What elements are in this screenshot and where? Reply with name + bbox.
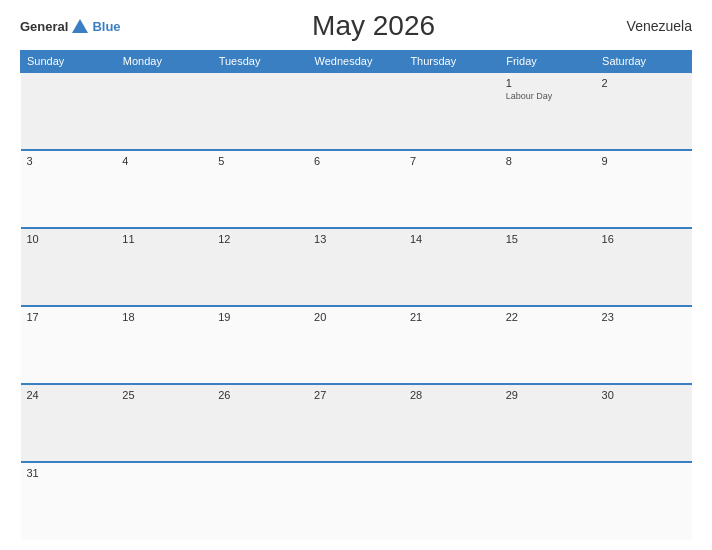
weekday-header-monday: Monday [116,51,212,73]
calendar-cell: 11 [116,228,212,306]
calendar-cell: 18 [116,306,212,384]
calendar-week-row: 17181920212223 [21,306,692,384]
calendar-cell [21,72,117,150]
calendar-cell [116,72,212,150]
calendar-cell: 16 [596,228,692,306]
calendar-cell: 23 [596,306,692,384]
day-number: 11 [122,233,206,245]
logo-general-text: General [20,19,68,34]
calendar-cell: 10 [21,228,117,306]
holiday-name: Labour Day [506,91,590,101]
calendar-cell: 15 [500,228,596,306]
calendar-cell [404,462,500,540]
calendar-cell [404,72,500,150]
calendar-cell: 25 [116,384,212,462]
calendar-cell: 29 [500,384,596,462]
calendar-cell: 7 [404,150,500,228]
weekday-header-friday: Friday [500,51,596,73]
day-number: 19 [218,311,302,323]
day-number: 14 [410,233,494,245]
day-number: 1 [506,77,590,89]
weekday-header-thursday: Thursday [404,51,500,73]
day-number: 15 [506,233,590,245]
day-number: 8 [506,155,590,167]
calendar-cell [596,462,692,540]
country-label: Venezuela [627,18,692,34]
day-number: 25 [122,389,206,401]
calendar-cell: 30 [596,384,692,462]
day-number: 23 [602,311,686,323]
calendar-cell: 1Labour Day [500,72,596,150]
calendar-cell: 21 [404,306,500,384]
calendar-cell: 14 [404,228,500,306]
weekday-header-row: SundayMondayTuesdayWednesdayThursdayFrid… [21,51,692,73]
day-number: 3 [27,155,111,167]
logo-blue-text: Blue [92,19,120,34]
day-number: 30 [602,389,686,401]
calendar-week-row: 10111213141516 [21,228,692,306]
day-number: 13 [314,233,398,245]
day-number: 10 [27,233,111,245]
calendar-week-row: 31 [21,462,692,540]
calendar-week-row: 3456789 [21,150,692,228]
calendar-week-row: 24252627282930 [21,384,692,462]
weekday-header-tuesday: Tuesday [212,51,308,73]
day-number: 26 [218,389,302,401]
calendar-cell: 8 [500,150,596,228]
calendar-cell: 22 [500,306,596,384]
day-number: 29 [506,389,590,401]
calendar-cell: 12 [212,228,308,306]
calendar-cell: 9 [596,150,692,228]
page-header: General Blue May 2026 Venezuela [20,10,692,42]
day-number: 4 [122,155,206,167]
day-number: 17 [27,311,111,323]
calendar-cell [212,72,308,150]
calendar-cell: 24 [21,384,117,462]
day-number: 22 [506,311,590,323]
day-number: 2 [602,77,686,89]
day-number: 31 [27,467,111,479]
calendar-cell [500,462,596,540]
day-number: 7 [410,155,494,167]
day-number: 18 [122,311,206,323]
calendar-cell [212,462,308,540]
calendar-cell: 2 [596,72,692,150]
calendar-cell: 19 [212,306,308,384]
weekday-header-wednesday: Wednesday [308,51,404,73]
day-number: 24 [27,389,111,401]
calendar-cell [116,462,212,540]
calendar-cell [308,462,404,540]
calendar-title: May 2026 [312,10,435,42]
day-number: 21 [410,311,494,323]
calendar-cell: 26 [212,384,308,462]
calendar-cell: 31 [21,462,117,540]
day-number: 12 [218,233,302,245]
weekday-header-saturday: Saturday [596,51,692,73]
calendar-cell: 4 [116,150,212,228]
day-number: 6 [314,155,398,167]
calendar-cell: 28 [404,384,500,462]
day-number: 27 [314,389,398,401]
calendar-cell: 13 [308,228,404,306]
day-number: 5 [218,155,302,167]
calendar-table: SundayMondayTuesdayWednesdayThursdayFrid… [20,50,692,540]
day-number: 28 [410,389,494,401]
calendar-cell: 3 [21,150,117,228]
weekday-header-sunday: Sunday [21,51,117,73]
day-number: 20 [314,311,398,323]
calendar-cell: 20 [308,306,404,384]
logo-triangle-icon [72,19,88,33]
calendar-cell: 6 [308,150,404,228]
calendar-cell: 27 [308,384,404,462]
day-number: 9 [602,155,686,167]
calendar-cell [308,72,404,150]
logo: General Blue [20,19,121,34]
calendar-cell: 17 [21,306,117,384]
calendar-week-row: 1Labour Day2 [21,72,692,150]
calendar-cell: 5 [212,150,308,228]
day-number: 16 [602,233,686,245]
